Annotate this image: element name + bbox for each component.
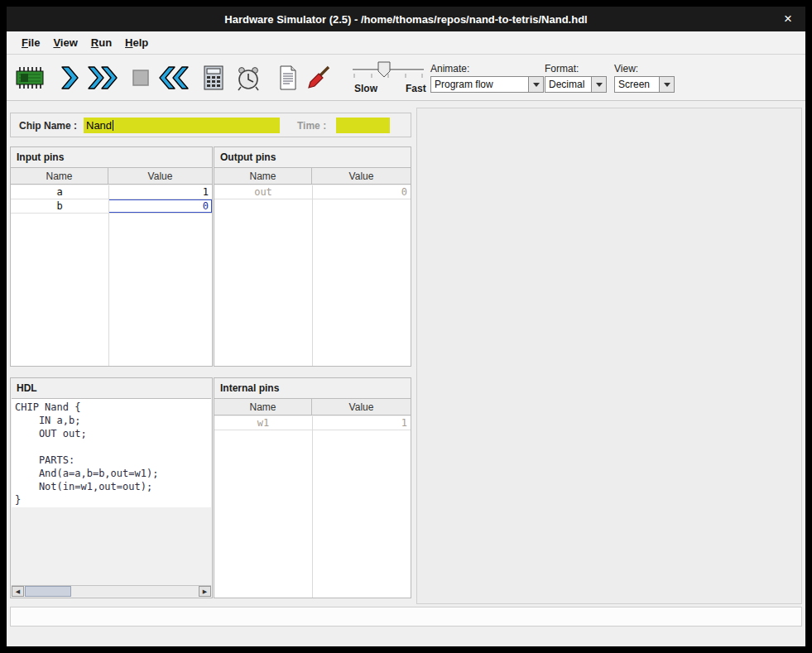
window-frame: Hardware Simulator (2.5) - /home/thomas/…: [7, 7, 805, 646]
status-bar: [10, 607, 802, 627]
chevron-down-icon[interactable]: [528, 77, 543, 92]
scrollbar-thumb[interactable]: [25, 586, 71, 597]
title-bar: Hardware Simulator (2.5) - /home/thomas/…: [7, 7, 805, 31]
table-row: a 1: [11, 185, 212, 199]
text-caret: [113, 120, 113, 131]
document-icon: [277, 65, 299, 91]
output-pins-panel: Output pins Name Value out 0: [214, 146, 411, 367]
table-row: out 0: [214, 185, 411, 199]
speed-slider[interactable]: [353, 60, 424, 84]
name-column-header: Name: [214, 399, 312, 415]
hdl-panel: HDL CHIP Nand { IN a,b; OUT out; PARTS: …: [10, 377, 213, 598]
close-icon[interactable]: ×: [784, 10, 792, 28]
menu-bar: File View Run Help: [7, 31, 805, 55]
format-value: Decimal: [545, 79, 591, 90]
chip-name-input[interactable]: Nand: [84, 118, 280, 133]
hdl-title: HDL: [11, 378, 212, 398]
chip-header-row: Chip Name : Nand Time :: [10, 113, 411, 137]
stop-button[interactable]: [124, 61, 157, 94]
rewind-icon: [158, 65, 190, 91]
chip-icon: [15, 65, 45, 90]
table-row: w1 1: [214, 416, 411, 430]
pin-name-cell: out: [214, 185, 312, 199]
hdl-code-view[interactable]: CHIP Nand { IN a,b; OUT out; PARTS: And(…: [12, 398, 211, 507]
pin-name-cell: w1: [214, 416, 312, 430]
brush-icon: [306, 65, 333, 91]
time-label: Time :: [297, 120, 326, 132]
clock-icon: [236, 65, 261, 91]
slider-fast-label: Fast: [406, 83, 426, 94]
table-row: b 0: [11, 199, 212, 214]
table-header: Name Value: [214, 168, 411, 185]
internal-pins-panel: Internal pins Name Value w1 1: [214, 377, 411, 598]
animate-label: Animate:: [430, 63, 469, 74]
output-pins-table: Name Value out 0: [214, 167, 411, 366]
pin-value-cell[interactable]: 1: [108, 185, 212, 199]
run-button[interactable]: [86, 61, 119, 94]
menu-help[interactable]: Help: [118, 32, 155, 53]
scroll-right-icon[interactable]: ▶: [199, 586, 211, 597]
animate-combobox[interactable]: Program flow: [430, 76, 544, 93]
value-column-header: Value: [312, 399, 411, 415]
reset-button[interactable]: [157, 61, 190, 94]
menu-view[interactable]: View: [46, 32, 84, 53]
pin-name-cell: a: [11, 185, 108, 199]
single-step-button[interactable]: [53, 61, 86, 94]
load-chip-button[interactable]: [13, 61, 46, 94]
toolbar: Slow Fast Animate: Program flow Format: …: [7, 55, 805, 101]
menu-file[interactable]: File: [15, 32, 46, 53]
horizontal-scrollbar[interactable]: ◀ ▶: [12, 585, 211, 597]
pin-value-cell: 0: [312, 185, 411, 199]
stop-icon: [131, 68, 151, 88]
chip-name-label: Chip Name :: [19, 120, 77, 132]
chevron-down-icon[interactable]: [659, 77, 674, 92]
view-hdl-button[interactable]: [271, 61, 305, 94]
evaluate-button[interactable]: [197, 61, 230, 94]
view-value: Screen: [615, 79, 659, 90]
pin-name-cell: b: [11, 199, 108, 213]
internal-pins-title: Internal pins: [214, 378, 411, 398]
slider-slow-label: Slow: [354, 83, 377, 94]
table-header: Name Value: [214, 399, 411, 415]
menu-run[interactable]: Run: [84, 32, 118, 53]
output-pins-title: Output pins: [214, 147, 411, 167]
value-column-header: Value: [108, 168, 212, 184]
animate-value: Program flow: [431, 79, 528, 90]
calculator-icon: [202, 65, 225, 91]
name-column-header: Name: [11, 168, 108, 184]
scroll-left-icon[interactable]: ◀: [12, 586, 24, 597]
pin-value-cell-editing[interactable]: 0: [108, 199, 212, 213]
table-header: Name Value: [11, 168, 212, 185]
name-column-header: Name: [214, 168, 312, 184]
chevron-down-icon[interactable]: [591, 77, 606, 92]
table-body: w1 1: [214, 416, 411, 598]
screen-view-panel: [416, 108, 802, 604]
value-column-header: Value: [312, 168, 411, 184]
window-title: Hardware Simulator (2.5) - /home/thomas/…: [224, 13, 587, 26]
slider-track: [353, 60, 424, 84]
input-pins-panel: Input pins Name Value a 1 b 0: [10, 146, 213, 367]
view-label: View:: [614, 63, 638, 74]
table-body: a 1 b 0: [11, 185, 212, 366]
view-combobox[interactable]: Screen: [614, 76, 675, 93]
fast-forward-icon: [87, 65, 118, 91]
eval-script-button[interactable]: [303, 61, 336, 94]
format-combobox[interactable]: Decimal: [545, 76, 607, 93]
pin-value-cell: 1: [312, 416, 411, 430]
clock-button[interactable]: [232, 61, 265, 94]
internal-pins-table: Name Value w1 1: [214, 398, 411, 598]
hardware-simulator-window: Hardware Simulator (2.5) - /home/thomas/…: [0, 0, 812, 653]
chip-name-value: Nand: [86, 119, 112, 132]
time-input[interactable]: [336, 118, 390, 133]
table-body: out 0: [214, 185, 411, 366]
format-label: Format:: [545, 63, 579, 74]
single-step-icon: [57, 65, 82, 91]
input-pins-table: Name Value a 1 b 0: [11, 167, 212, 366]
input-pins-title: Input pins: [11, 147, 212, 167]
